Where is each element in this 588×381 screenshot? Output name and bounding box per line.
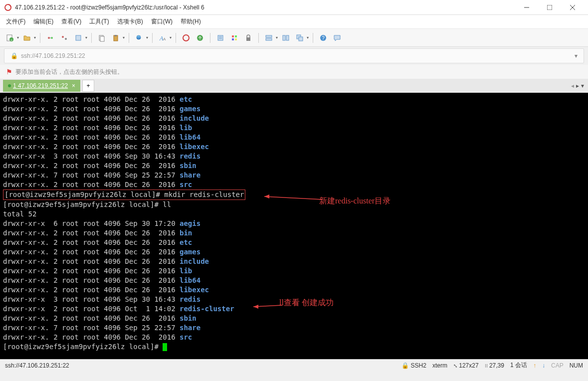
status-size: 127x27 [459, 362, 478, 369]
status-up-icon[interactable]: ↑ [533, 362, 536, 369]
terminal[interactable]: 新建redis-cluster目录 ll查看 创建成功 drwxr-xr-x. … [0, 93, 588, 359]
terminal-line: drwxr-xr-x. 2 root root 4096 Dec 26 2016… [3, 333, 585, 342]
hint-bar: ⚑ 要添加当前会话，点击左侧的箭头按钮。 [0, 65, 588, 79]
menu-file[interactable]: 文件(F) [6, 17, 25, 26]
svg-rect-31 [266, 35, 272, 37]
tab-close-icon[interactable]: × [72, 82, 75, 89]
svg-rect-2 [547, 5, 552, 10]
minimize-button[interactable] [515, 0, 538, 15]
svg-rect-30 [246, 37, 250, 41]
svg-rect-29 [235, 38, 237, 40]
svg-rect-36 [299, 37, 303, 41]
toolbar: +▾ ▾ ▾ ▾ ▾ AA▾ ▾ ▾ ? [0, 29, 588, 47]
tab-bar: 1 47.106.219.251:22 × + ◂ ▸ ▾ [0, 79, 588, 93]
paste-button[interactable] [110, 32, 122, 44]
terminal-line: drwxr-xr-x. 2 root root 4096 Dec 26 2016… [3, 228, 585, 238]
terminal-line: drwxr-xr-x. 2 root root 4096 Dec 26 2016… [3, 142, 585, 152]
terminal-line: drwxr-xr-x. 7 root root 4096 Sep 25 22:5… [3, 323, 585, 333]
session-tab[interactable]: 1 47.106.219.251:22 × [3, 80, 80, 92]
tab-next-icon[interactable]: ▸ [576, 82, 579, 89]
menu-window[interactable]: 窗口(W) [151, 17, 173, 26]
menu-view[interactable]: 查看(V) [61, 17, 81, 26]
svg-rect-23 [218, 35, 223, 40]
lock-button[interactable] [242, 32, 254, 44]
svg-rect-28 [232, 38, 234, 40]
flag-icon: ⚑ [6, 68, 12, 76]
copy-button[interactable] [96, 32, 108, 44]
svg-rect-27 [235, 35, 237, 37]
terminal-line: drwxr-xr-x. 2 root root 4096 Dec 26 2016… [3, 238, 585, 247]
terminal-line: drwxr-xr-x. 2 root root 4096 Dec 26 2016… [3, 314, 585, 323]
disconnect-button[interactable] [58, 32, 70, 44]
highlight-button[interactable] [228, 32, 240, 44]
tab-label: 1 47.106.219.251:22 [13, 82, 68, 89]
status-down-icon[interactable]: ↓ [542, 362, 545, 369]
terminal-prompt: [root@izwz9ef5sjam9pvfyiz26lz local]# [3, 342, 585, 352]
script-button[interactable] [214, 32, 226, 44]
terminal-line: total 52 [3, 209, 585, 219]
status-term: xterm [432, 362, 447, 369]
svg-rect-13 [76, 35, 81, 40]
terminal-line: drwxr-xr-x. 7 root root 4096 Sep 25 22:5… [3, 171, 585, 180]
app-icon [4, 3, 12, 11]
svg-point-21 [183, 35, 189, 41]
menu-tools[interactable]: 工具(T) [89, 17, 109, 26]
svg-text:+: + [10, 38, 12, 41]
font-button[interactable]: AA [157, 32, 169, 44]
menu-tabs[interactable]: 选项卡(B) [117, 17, 143, 26]
terminal-line: drwxr-xr-x 3 root root 4096 Sep 30 16:43… [3, 295, 585, 304]
address-dropdown-icon[interactable]: ▾ [575, 52, 578, 59]
terminal-line: drwxr-xr-x. 2 root root 4096 Dec 26 2016… [3, 161, 585, 171]
close-button[interactable] [561, 0, 584, 15]
new-button[interactable]: + [4, 32, 16, 44]
connection-indicator-icon [8, 84, 11, 87]
reconnect-button[interactable] [44, 32, 56, 44]
svg-text:?: ? [322, 35, 325, 41]
title-bar: 47.106.219.251:22 - root@izwz9ef5sjam9pv… [0, 0, 588, 15]
status-cap: CAP [551, 362, 564, 369]
open-button[interactable] [21, 32, 33, 44]
status-sessions: 1 会话 [510, 361, 527, 370]
menu-bar: 文件(F) 编辑(E) 查看(V) 工具(T) 选项卡(B) 窗口(W) 帮助(… [0, 15, 588, 29]
terminal-line: drwxr-xr-x. 2 root root 4096 Dec 26 2016… [3, 133, 585, 142]
tile-vertical-button[interactable] [280, 32, 292, 44]
feedback-button[interactable] [331, 32, 343, 44]
status-address: ssh://47.106.219.251:22 [5, 362, 401, 369]
terminal-line: [root@izwz9ef5sjam9pvfyiz26lz local]# mk… [3, 190, 585, 200]
status-pos: 27,39 [489, 362, 504, 369]
svg-rect-26 [232, 35, 234, 37]
terminal-line: drwxr-xr-x. 2 root root 4096 Dec 26 2016… [3, 95, 585, 104]
cascade-button[interactable] [294, 32, 306, 44]
tab-prev-icon[interactable]: ◂ [571, 82, 574, 89]
help-button[interactable]: ? [317, 32, 329, 44]
xshell-icon[interactable] [180, 32, 192, 44]
svg-point-12 [65, 38, 67, 40]
address-bar[interactable]: 🔒 ssh://47.106.219.251:22 ▾ [4, 48, 584, 63]
terminal-line: drwxr-xr-x 3 root root 4096 Sep 30 16:43… [3, 152, 585, 161]
menu-edit[interactable]: 编辑(E) [33, 17, 53, 26]
add-tab-button[interactable]: + [82, 80, 94, 92]
terminal-line: drwxr-xr-x. 2 root root 4096 Dec 26 2016… [3, 104, 585, 114]
terminal-line: drwxr-xr-x. 2 root root 4096 Dec 26 2016… [3, 266, 585, 276]
status-bar: ssh://47.106.219.251:22 🔒 SSH2 xterm ⤡ 1… [0, 359, 588, 371]
menu-help[interactable]: 帮助(H) [181, 17, 201, 26]
terminal-line: drwxr-xr-x. 2 root root 4096 Dec 26 2016… [3, 123, 585, 133]
svg-text:A: A [163, 37, 166, 41]
status-lock-icon: 🔒 [401, 362, 409, 369]
window-title: 47.106.219.251:22 - root@izwz9ef5sjam9pv… [15, 4, 515, 11]
svg-rect-33 [283, 35, 285, 40]
terminal-line: drwxr-xr-x. 2 root root 4096 Dec 26 2016… [3, 247, 585, 257]
svg-point-11 [62, 36, 64, 38]
svg-rect-15 [100, 36, 104, 41]
find-button[interactable] [133, 32, 145, 44]
tile-horizontal-button[interactable] [263, 32, 275, 44]
tab-menu-icon[interactable]: ▾ [581, 82, 584, 89]
xftp-button[interactable] [194, 32, 206, 44]
status-num: NUM [570, 362, 583, 369]
maximize-button[interactable] [538, 0, 561, 15]
svg-point-9 [51, 37, 53, 39]
cursor [163, 343, 167, 351]
terminal-line: drwxr-xr-x. 2 root root 4096 Dec 26 2016… [3, 180, 585, 190]
terminal-line: drwxr-xr-x 2 root root 4096 Oct 1 14:02 … [3, 304, 585, 314]
properties-button[interactable] [72, 32, 84, 44]
